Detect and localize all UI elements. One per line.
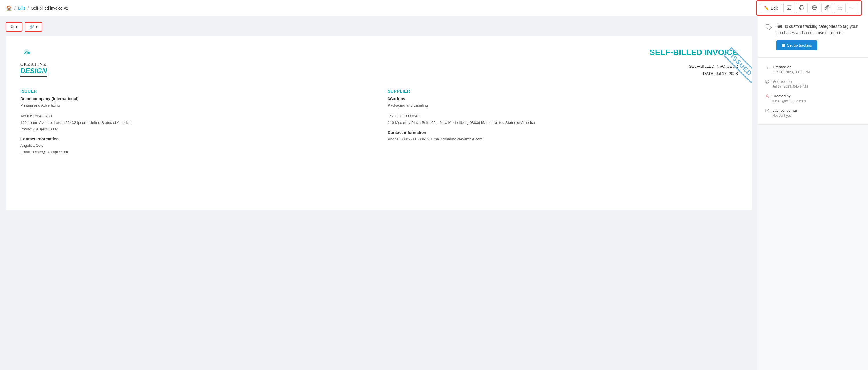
invoice-card: ISSUED CREATIVE DESIGN <box>6 36 752 210</box>
svg-rect-7 <box>838 6 842 10</box>
supplier-section: SUPPLIER 3Cartons Packaging and Labeling… <box>388 89 738 155</box>
link-dropdown-button[interactable]: 🔗 ▾ <box>25 22 42 32</box>
modified-on-row: Modified on Jul 17, 2023, 04:45 AM <box>765 79 861 89</box>
link-dropdown-arrow: ▾ <box>36 25 38 29</box>
info-section: ＋ Created on Jun 30, 2023, 08:00 PM Modi… <box>758 58 868 125</box>
logo-svg <box>20 48 38 62</box>
invoice-header: CREATIVE DESIGN SELF-BILLED INVOICE SELF… <box>20 48 738 77</box>
issuer-contact-name: Angelica Cole <box>20 142 370 149</box>
modified-on-label: Modified on <box>772 79 808 84</box>
user-created-by-icon <box>765 94 769 99</box>
more-button[interactable]: ··· <box>847 3 859 13</box>
issuer-section: ISSUER Demo company (International) Prin… <box>20 89 370 155</box>
svg-point-15 <box>767 95 768 96</box>
issuer-phone: Phone: (048)435-3837 <box>20 126 370 132</box>
parties-row: ISSUER Demo company (International) Prin… <box>20 89 738 155</box>
sidebar: Set up custom tracking categories to tag… <box>758 16 868 370</box>
breadcrumb-separator: / <box>14 6 16 10</box>
supplier-contact-email: Email: dmarino@example.com <box>431 137 482 141</box>
issuer-name: Demo company (International) <box>20 96 370 101</box>
edit-label: Edit <box>771 6 778 10</box>
last-sent-content: Last sent email Not sent yet <box>772 108 797 117</box>
calendar-button[interactable] <box>834 3 846 13</box>
topbar: 🏠 / Bills / Self-billed invoice #2 ✏️ Ed… <box>0 0 868 16</box>
calendar-icon <box>837 5 842 11</box>
plus-created-icon: ＋ <box>765 65 770 71</box>
supplier-contact-label: Contact information <box>388 130 738 135</box>
issued-text: ISSUED <box>723 47 752 83</box>
created-by-label: Created by <box>772 94 806 98</box>
issuer-contact-label: Contact information <box>20 137 370 141</box>
issuer-tax-id: Tax ID: 123456789 <box>20 113 370 119</box>
svg-point-12 <box>28 52 30 54</box>
home-icon[interactable]: 🏠 <box>6 5 12 11</box>
pencil-modified-icon <box>765 80 769 85</box>
plus-icon: ⊕ <box>781 42 785 48</box>
pdf-icon <box>786 5 792 11</box>
print-icon <box>799 5 804 11</box>
created-on-value: Jun 30, 2023, 08:00 PM <box>773 70 810 74</box>
supplier-type: Packaging and Labeling <box>388 102 738 109</box>
created-by-value: a.cole@example.com <box>772 99 806 103</box>
more-icon: ··· <box>850 5 855 11</box>
send-icon <box>812 5 817 11</box>
svg-rect-4 <box>800 8 803 10</box>
created-by-content: Created by a.cole@example.com <box>772 94 806 103</box>
print-button[interactable] <box>796 3 808 13</box>
edit-button[interactable]: ✏️ Edit <box>760 4 782 12</box>
pdf-button[interactable] <box>783 3 795 13</box>
action-row: ⚙ ▾ 🔗 ▾ <box>6 22 752 32</box>
created-by-row: Created by a.cole@example.com <box>765 94 861 103</box>
tracking-header: Set up custom tracking categories to tag… <box>765 23 861 50</box>
supplier-tax-id: Tax ID: 800333843 <box>388 113 738 119</box>
gear-dropdown-arrow: ▾ <box>16 25 18 29</box>
breadcrumb-current: Self-billed invoice #2 <box>31 6 68 10</box>
last-sent-value: Not sent yet <box>772 113 797 117</box>
modified-on-content: Modified on Jul 17, 2023, 04:45 AM <box>772 79 808 89</box>
last-sent-label: Last sent email <box>772 108 797 113</box>
main-layout: ⚙ ▾ 🔗 ▾ ISSUED <box>0 16 868 370</box>
issuer-type: Printing and Advertizing <box>20 102 370 109</box>
attach-button[interactable] <box>822 3 833 13</box>
gear-icon: ⚙ <box>10 25 14 29</box>
tracking-description: Set up custom tracking categories to tag… <box>776 23 861 50</box>
issuer-address: 190 Lorem Avenue, Lorem 55432 Ipsum, Uni… <box>20 120 370 126</box>
company-logo: CREATIVE DESIGN <box>20 48 47 77</box>
issued-stamp: ISSUED <box>720 45 752 83</box>
logo-text-creative: CREATIVE <box>20 62 47 67</box>
logo-text-design: DESIGN <box>20 67 47 75</box>
edit-icon: ✏️ <box>764 6 769 10</box>
breadcrumb-bills-link[interactable]: Bills <box>18 6 26 10</box>
issuer-contact-email: Email: a.cole@example.com <box>20 149 370 155</box>
send-button[interactable] <box>809 3 820 13</box>
email-last-sent-icon <box>765 109 769 113</box>
breadcrumb-separator-2: / <box>28 6 29 10</box>
gear-dropdown-button[interactable]: ⚙ ▾ <box>6 22 22 32</box>
supplier-contact-info: Phone: 0030-211500612, Email: dmarino@ex… <box>388 136 738 142</box>
supplier-name: 3Cartons <box>388 96 738 101</box>
setup-tracking-label: Set up tracking <box>787 43 812 48</box>
main-toolbar: ✏️ Edit ··· <box>756 0 862 16</box>
link-icon: 🔗 <box>29 25 34 29</box>
issuer-label: ISSUER <box>20 89 370 93</box>
supplier-contact-phone: Phone: 0030-211500612 <box>388 137 429 141</box>
setup-tracking-button[interactable]: ⊕ Set up tracking <box>776 40 817 50</box>
attach-icon <box>825 5 830 11</box>
tracking-text: Set up custom tracking categories to tag… <box>776 23 861 36</box>
created-on-row: ＋ Created on Jun 30, 2023, 08:00 PM <box>765 65 861 74</box>
created-on-label: Created on <box>773 65 810 69</box>
supplier-address: 210 Mccarthy Plaza Suite 654, New Mitche… <box>388 120 738 126</box>
last-sent-row: Last sent email Not sent yet <box>765 108 861 117</box>
modified-on-value: Jul 17, 2023, 04:45 AM <box>772 85 808 89</box>
tag-icon <box>765 24 772 32</box>
tracking-section: Set up custom tracking categories to tag… <box>758 16 868 58</box>
created-on-content: Created on Jun 30, 2023, 08:00 PM <box>773 65 810 74</box>
breadcrumb: 🏠 / Bills / Self-billed invoice #2 <box>6 5 756 11</box>
supplier-label: SUPPLIER <box>388 89 738 93</box>
document-area: ⚙ ▾ 🔗 ▾ ISSUED <box>0 16 758 370</box>
